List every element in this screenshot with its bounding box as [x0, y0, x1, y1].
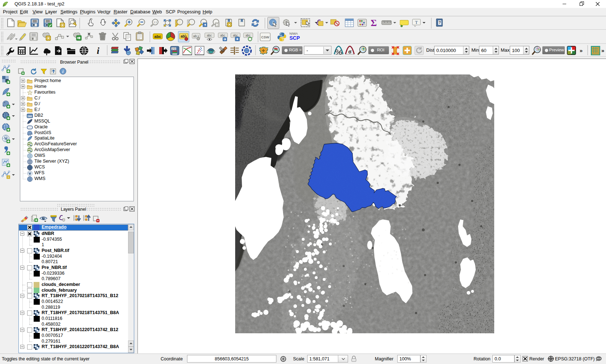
svg-text:DB2: DB2: [27, 115, 32, 117]
svg-text:abc: abc: [220, 34, 225, 37]
svg-text:abc: abc: [154, 34, 161, 39]
svg-text:σ: σ: [348, 48, 352, 55]
svg-text:i: i: [97, 46, 99, 55]
svg-text:1*2: 1*2: [172, 47, 176, 50]
svg-text:abc: abc: [246, 34, 251, 37]
svg-text:abc: abc: [233, 34, 238, 37]
svg-text:ab: ab: [193, 34, 197, 38]
svg-text:T: T: [415, 20, 418, 25]
svg-text:CSW: CSW: [261, 35, 269, 39]
svg-text:ab: ab: [181, 34, 185, 38]
svg-text:?: ?: [438, 21, 441, 25]
svg-text:abc: abc: [207, 34, 212, 37]
svg-text:Σ: Σ: [371, 18, 377, 27]
svg-text:1:1: 1:1: [153, 21, 157, 23]
